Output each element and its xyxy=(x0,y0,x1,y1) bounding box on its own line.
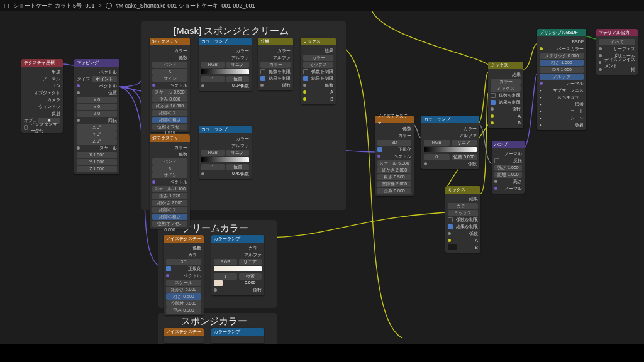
crumb-object[interactable]: ショートケーキ カット 5号 -001 xyxy=(13,2,95,10)
chevron-icon: > xyxy=(99,3,102,9)
node-mix-3[interactable]: ミックス 結果 カラー ミックス 係数を制限 結果を制限 係数 A B xyxy=(445,186,480,253)
node-wave-texture-1[interactable]: 波テクスチャ カラー 係数 バンド X サイン ベクトル スケール 0.500 … xyxy=(150,38,190,132)
node-color-ramp-5[interactable]: カラーランプ xyxy=(211,328,264,343)
color-ramp-gradient[interactable] xyxy=(201,69,249,74)
node-wave-texture-2[interactable]: 波テクスチャ カラー 係数 バンド X サイン ベクトル スケール -1.180… xyxy=(150,134,190,229)
node-noise-texture-1[interactable]: ノイズテクスチャ 係数 カラー 3D 正規化 ベクトル スケール 500.000… xyxy=(164,235,204,315)
node-material-output[interactable]: マテリアル出力 すべて サーフェス ボリューム ディスプレイスメント 幅 xyxy=(596,29,638,75)
node-color-ramp-1[interactable]: カラーランプ カラー アルファ RGBリニア 1位置 0.340 係数 xyxy=(199,38,252,91)
frame-mask-label: [Mask] スポンジとクリーム xyxy=(174,25,289,37)
node-noise-texture-3[interactable]: ノイズテクスチャ xyxy=(164,328,204,343)
crumb-material[interactable]: #M cake_Shortcake-001 ショートケーキ -001-002_0… xyxy=(116,2,255,10)
node-noise-texture-2[interactable]: ノイズテクスチャ 係数 カラー 3D 正規化 ベクトル スケール 5.000 細… xyxy=(375,116,414,196)
node-color-ramp-2[interactable]: カラーランプ カラー アルファ RGBリニア 1位置 0.491 係数 xyxy=(199,126,252,179)
node-principled-bsdf[interactable]: プリンシプルBSDF BSDF ベースカラー メタリック 0.000 粗さ 1.… xyxy=(537,29,586,130)
node-mapping[interactable]: マッピング ベクトル タイプポイント ベクトル 位置 X 0 Y 0 Z 0 回… xyxy=(74,59,119,174)
material-icon xyxy=(106,3,112,9)
node-color-ramp-3[interactable]: カラーランプ カラー アルファ RGBリニア 1位置 0.000 係数 xyxy=(211,235,264,295)
node-editor-canvas[interactable]: [Mask] スポンジとクリーム クリームカラー スポンジカラー テクスチャ座標… xyxy=(0,11,644,362)
object-icon: ▢ xyxy=(4,3,9,9)
bottom-bar xyxy=(0,344,644,362)
node-texture-coordinate[interactable]: テクスチャ座標 生成 ノーマル UV オブジェクト カメラ ウィンドウ 反射 オ… xyxy=(21,59,63,133)
node-header[interactable]: マッピング xyxy=(74,59,119,67)
node-mix-1[interactable]: ミックス 結果 カラー ミックス 係数を制限 結果を制限 係数 A B xyxy=(301,38,336,104)
frame-sponge-label: スポンジカラー xyxy=(181,315,247,327)
breadcrumb-bar: ▢ ショートケーキ カット 5号 -001 > #M cake_Shortcak… xyxy=(0,0,644,11)
node-mix-2[interactable]: ミックス 結果 カラー ミックス 係数を制限 結果を制限 係数 A B xyxy=(488,62,523,128)
node-color-ramp-4[interactable]: カラーランプ カラー アルファ RGBリニア 0位置 0.000 係数 xyxy=(421,116,479,169)
color-swatch[interactable] xyxy=(214,280,223,286)
node-header[interactable]: テクスチャ座標 xyxy=(21,59,63,67)
checkbox[interactable] xyxy=(24,125,28,130)
node-bump[interactable]: バンプ ノーマル 反転 強さ 1.000 距離 1.000 高さ ノーマル xyxy=(492,141,525,194)
frame-cream-label: クリームカラー xyxy=(182,222,248,234)
node-separate[interactable]: 分離 カラー アルファ カラー 係数を制限 結果を制限 係数 xyxy=(258,38,293,90)
